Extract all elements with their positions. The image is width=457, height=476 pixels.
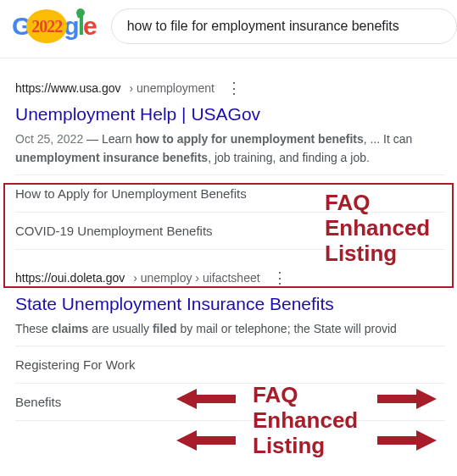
logo-letter-e: e: [83, 12, 96, 41]
result-path: › unemploy › uifactsheet: [133, 271, 259, 285]
svg-marker-1: [176, 430, 236, 451]
header-divider: [0, 58, 457, 58]
result-sitelinks: Registering For Work Benefits: [15, 346, 445, 421]
result-2: https://oui.doleta.gov › unemploy › uifa…: [15, 268, 445, 421]
google-doodle-logo[interactable]: G 2022 g l e: [12, 9, 96, 43]
result-title-link[interactable]: State Unemployment Insurance Benefits: [15, 292, 445, 315]
result-domain[interactable]: https://www.usa.gov: [15, 81, 121, 95]
result-path: › unemployment: [130, 81, 215, 95]
result-url-line: https://oui.doleta.gov › unemploy › uifa…: [15, 268, 445, 287]
sitelink-item[interactable]: How to Apply for Unemployment Benefits: [15, 174, 445, 212]
snippet-date: Oct 25, 2022: [15, 132, 83, 146]
logo-doodle-year-badge: 2022: [26, 9, 67, 43]
search-results: https://www.usa.gov › unemployment ⋮ Une…: [0, 79, 457, 421]
result-domain[interactable]: https://oui.doleta.gov: [15, 271, 125, 285]
result-1: https://www.usa.gov › unemployment ⋮ Une…: [15, 79, 445, 250]
arrow-left-icon: [176, 430, 236, 451]
more-options-icon[interactable]: ⋮: [269, 268, 291, 287]
result-title-link[interactable]: Unemployment Help | USAGov: [15, 102, 445, 125]
result-snippet: Oct 25, 2022 — Learn how to apply for un…: [15, 130, 445, 167]
svg-marker-3: [377, 430, 437, 451]
result-snippet: These claims are usually filed by mail o…: [15, 320, 445, 339]
sitelink-item[interactable]: Registering For Work: [15, 346, 445, 383]
sitelink-item[interactable]: Benefits: [15, 383, 445, 421]
logo-doodle-year: 2022: [31, 17, 62, 36]
search-input[interactable]: how to file for employment insurance ben…: [111, 8, 457, 44]
result-url-line: https://www.usa.gov › unemployment ⋮: [15, 79, 445, 97]
arrow-right-icon: [377, 430, 437, 451]
logo-letter-l: l: [78, 12, 83, 41]
sitelink-item[interactable]: COVID-19 Unemployment Benefits: [15, 212, 445, 250]
more-options-icon[interactable]: ⋮: [223, 79, 245, 97]
search-query-text: how to file for employment insurance ben…: [127, 19, 399, 34]
result-sitelinks: How to Apply for Unemployment Benefits C…: [15, 174, 445, 250]
header-bar: G 2022 g l e how to file for employment …: [0, 0, 457, 58]
